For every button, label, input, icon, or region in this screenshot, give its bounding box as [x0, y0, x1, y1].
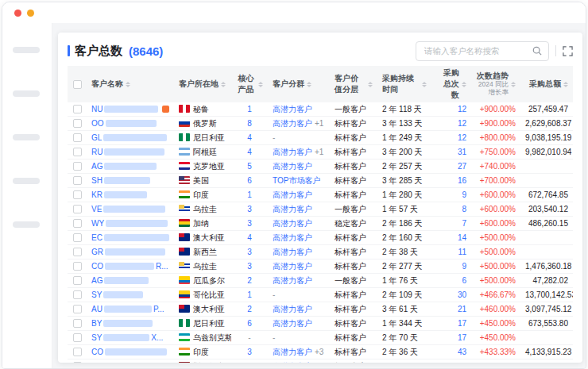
row-checkbox[interactable]	[73, 319, 82, 328]
segment-tag[interactable]: 高潜力客户	[273, 190, 312, 199]
purchase-count-link[interactable]: 14	[458, 233, 466, 242]
segment-tag[interactable]: 高潜力客户	[273, 162, 312, 171]
customer-name-link[interactable]: RU	[91, 148, 166, 156]
column-header-total[interactable]: 采购总额	[520, 66, 573, 102]
row-checkbox[interactable]	[73, 333, 82, 342]
row-checkbox[interactable]	[73, 219, 82, 228]
customer-name-link[interactable]: AG	[91, 162, 158, 171]
segment-tag[interactable]: 高潜力客户	[273, 219, 312, 228]
core-products-count[interactable]: 3	[247, 248, 252, 256]
customer-name-link[interactable]: BY	[91, 319, 154, 328]
core-products-count[interactable]: 1	[247, 190, 252, 199]
column-header-core[interactable]: 核心产品	[231, 66, 268, 102]
column-header-count[interactable]: 采购总次数	[431, 66, 471, 102]
segment-tag[interactable]: 高潜力客户	[273, 119, 312, 128]
core-products-count[interactable]: 6	[247, 176, 252, 185]
customer-name-link[interactable]: OO	[91, 119, 158, 128]
purchase-count-link[interactable]: 8	[462, 205, 466, 213]
customer-name-link[interactable]: SH	[91, 176, 152, 185]
purchase-count-link[interactable]: 21	[458, 305, 466, 313]
customer-name-link[interactable]: CO	[91, 348, 168, 356]
purchase-count-link[interactable]: 12	[458, 105, 466, 113]
purchase-count-link[interactable]: 29	[458, 362, 466, 363]
column-header-trend[interactable]: 次数趋势2024 同比增长率	[471, 66, 520, 102]
purchase-count-link[interactable]: 11	[458, 248, 466, 256]
traffic-light-dot[interactable]	[14, 10, 21, 17]
sort-icon[interactable]	[563, 82, 568, 87]
row-checkbox[interactable]	[73, 205, 82, 213]
row-checkbox[interactable]	[73, 190, 82, 199]
core-products-count[interactable]: 8	[247, 119, 252, 128]
customer-name-link[interactable]: SYX...	[91, 333, 163, 342]
row-checkbox[interactable]	[73, 176, 82, 185]
purchase-count-link[interactable]: 12	[458, 119, 466, 128]
customer-name-link[interactable]: AUP...	[91, 305, 164, 313]
segment-tag[interactable]: 高潜力客户	[273, 105, 312, 113]
column-header-duration[interactable]: 采购持续时间	[377, 66, 431, 102]
segment-tag[interactable]: 高潜力客户	[273, 319, 312, 328]
row-checkbox[interactable]	[73, 262, 82, 271]
column-header-location[interactable]: 客户所在地	[174, 66, 231, 102]
row-checkbox[interactable]	[73, 105, 82, 113]
customer-name-link[interactable]: KR	[91, 190, 149, 199]
row-checkbox[interactable]	[73, 348, 82, 356]
core-products-count[interactable]: 3	[247, 219, 252, 228]
purchase-count-link[interactable]: 30	[458, 290, 466, 299]
row-checkbox[interactable]	[73, 162, 82, 171]
purchase-count-link[interactable]: 17	[458, 319, 466, 328]
row-checkbox[interactable]	[73, 305, 82, 313]
core-products-count[interactable]: 3	[247, 205, 252, 213]
expand-icon[interactable]	[563, 46, 573, 56]
core-products-count[interactable]: 5	[247, 162, 252, 171]
column-header-name[interactable]: 客户名称	[87, 66, 174, 102]
row-checkbox[interactable]	[73, 119, 82, 128]
segment-tag[interactable]: 高潜力客户	[273, 276, 312, 285]
core-products-count[interactable]: 3	[247, 262, 252, 271]
customer-name-link[interactable]: NU	[91, 105, 160, 113]
sort-icon[interactable]	[258, 82, 263, 87]
segment-tag[interactable]: 高潜力客户	[273, 248, 312, 256]
sort-icon[interactable]	[307, 82, 311, 87]
customer-name-link[interactable]: WY	[91, 219, 169, 228]
sort-icon[interactable]	[422, 82, 427, 87]
core-products-count[interactable]: 1	[247, 290, 252, 299]
select-all-checkbox[interactable]	[73, 80, 82, 89]
row-checkbox[interactable]	[73, 133, 82, 142]
segment-tag[interactable]: TOP市场客户	[273, 176, 320, 185]
customer-name-link[interactable]: COR...	[91, 262, 168, 271]
row-checkbox[interactable]	[73, 248, 82, 256]
row-checkbox[interactable]	[73, 233, 82, 242]
segment-tag[interactable]: 高潜力客户	[273, 148, 312, 156]
core-products-count[interactable]: 2	[247, 305, 252, 313]
purchase-count-link[interactable]: 6	[462, 276, 466, 285]
purchase-count-link[interactable]: 43	[458, 348, 466, 356]
core-products-count[interactable]: 4	[247, 233, 252, 242]
row-checkbox[interactable]	[73, 148, 82, 156]
core-products-count[interactable]: 1	[247, 105, 252, 113]
search-input[interactable]	[423, 45, 528, 56]
core-products-count[interactable]: 6	[247, 319, 252, 328]
purchase-count-link[interactable]: 17	[458, 333, 466, 342]
purchase-count-link[interactable]: 16	[458, 176, 466, 185]
core-products-count[interactable]: 4	[247, 148, 252, 156]
segment-tag[interactable]: 高潜力客户	[273, 262, 312, 271]
segment-tag[interactable]: 高潜力客户	[273, 233, 312, 242]
sort-icon[interactable]	[221, 82, 226, 87]
purchase-count-link[interactable]: 9	[462, 262, 466, 271]
row-checkbox[interactable]	[73, 362, 82, 363]
customer-name-link[interactable]: EC	[91, 233, 171, 242]
column-header-tier[interactable]: 客户价值分层	[330, 66, 377, 102]
row-checkbox[interactable]	[73, 290, 82, 299]
purchase-count-link[interactable]: 31	[458, 148, 466, 156]
segment-tag[interactable]: 高潜力客户	[273, 348, 312, 356]
purchase-count-link[interactable]: 27	[458, 162, 466, 171]
segment-tag[interactable]: 高潜力客户	[273, 305, 312, 313]
segment-tag[interactable]: 高潜力客户	[273, 362, 312, 363]
purchase-count-link[interactable]: 12	[458, 133, 466, 142]
column-header-segment[interactable]: 客户分群	[268, 66, 330, 102]
customer-name-link[interactable]: GR	[91, 248, 167, 256]
core-products-count[interactable]: 3	[247, 348, 252, 356]
sort-icon[interactable]	[368, 82, 373, 87]
sort-icon[interactable]	[126, 82, 130, 87]
core-products-count[interactable]: 5	[247, 362, 252, 363]
